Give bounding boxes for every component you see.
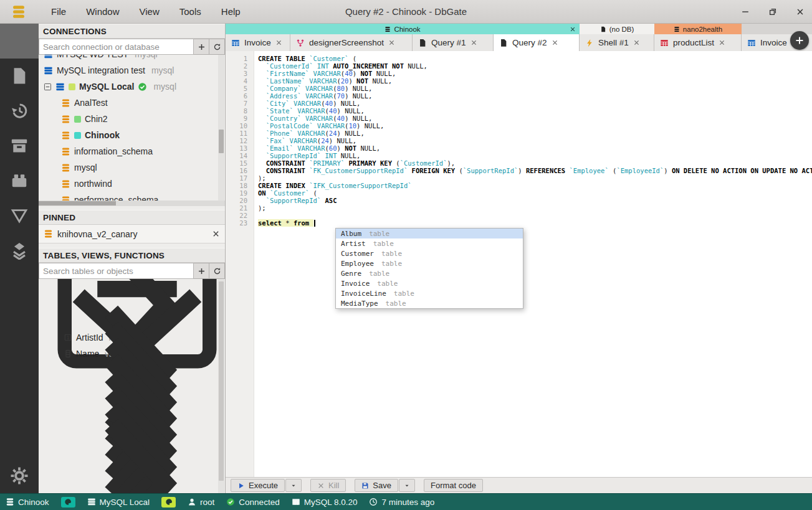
close-tab-icon[interactable] — [388, 39, 395, 46]
autocomplete-item-invoiceline[interactable]: InvoiceLinetable — [336, 288, 523, 298]
connection-item-information-schema[interactable]: information_schema — [39, 143, 225, 159]
unpin-close-icon[interactable] — [212, 230, 220, 238]
autocomplete-item-invoice[interactable]: Invoicetable — [336, 278, 523, 288]
tab-query-2[interactable]: Query #2 — [494, 34, 580, 51]
autocomplete-kind: table — [381, 260, 402, 268]
close-tab-icon[interactable] — [275, 39, 282, 46]
format-code-button[interactable]: Format code — [424, 479, 483, 492]
tab-productlist[interactable]: productList — [654, 34, 742, 51]
activity-layers-button[interactable] — [0, 233, 39, 268]
connection-item-mysql-integration-test[interactable]: MySQL integration testmysql — [39, 62, 225, 78]
text-cursor — [314, 220, 315, 227]
activity-plugins-button[interactable] — [0, 163, 39, 198]
minimize-button[interactable] — [740, 6, 751, 17]
save-button[interactable]: Save — [355, 479, 398, 492]
connection-item-mysql-local[interactable]: MySQL Localmysql — [39, 78, 225, 95]
line-number: 2 — [226, 62, 254, 70]
autocomplete-item-customer[interactable]: Customertable — [336, 248, 523, 258]
connections-scrollbar[interactable] — [218, 55, 224, 201]
tab-invoice[interactable]: Invoice — [226, 34, 290, 51]
close-window-button[interactable] — [795, 6, 806, 17]
autocomplete-kind: table — [377, 280, 398, 288]
autocomplete-item-mediatype[interactable]: MediaTypetable — [336, 298, 523, 308]
connection-search-input[interactable] — [39, 39, 194, 55]
status-database[interactable]: Chinook — [6, 498, 49, 507]
refresh-tables-button[interactable] — [209, 263, 225, 279]
connection-item-mysql-wd-test[interactable]: MYSQL WD TESTmysql — [39, 55, 225, 62]
status-database-color[interactable] — [161, 497, 176, 508]
activity-database-button[interactable] — [0, 24, 39, 59]
autocomplete-name: Invoice — [341, 280, 370, 288]
execute-button[interactable]: Execute — [231, 479, 285, 492]
menu-view[interactable]: View — [132, 2, 167, 21]
connection-item-mysql[interactable]: mysql — [39, 159, 225, 176]
engine-suffix: mysql — [135, 55, 158, 59]
filter-triangle-icon — [10, 206, 29, 225]
chevron-right-icon[interactable] — [44, 390, 225, 493]
autocomplete-item-employee[interactable]: Employeetable — [336, 258, 523, 268]
server-icon — [44, 66, 53, 75]
close-tab-icon[interactable] — [470, 39, 477, 46]
close-tab-icon[interactable] — [719, 39, 725, 46]
connection-item-chinook[interactable]: Chinook — [39, 127, 225, 143]
editor-code[interactable]: CREATE TABLE `Customer` ( `CustomerId` I… — [254, 51, 812, 477]
tab-designerscreenshot[interactable]: designerScreenshot — [290, 34, 413, 51]
code-line-11: `Phone` VARCHAR(24) NULL, — [258, 130, 812, 137]
close-group-icon[interactable] — [570, 26, 576, 32]
activity-history-button[interactable] — [0, 93, 39, 128]
autocomplete-item-artist[interactable]: Artisttable — [336, 238, 523, 248]
minimize-icon — [741, 7, 750, 16]
restore-button[interactable] — [767, 6, 778, 17]
new-tab-button[interactable] — [790, 31, 809, 50]
connection-item-northwind[interactable]: northwind — [39, 176, 225, 192]
history-icon — [10, 102, 29, 120]
status-connection[interactable]: MySQL Local — [87, 498, 150, 507]
activity-filter-triangle-button[interactable] — [0, 198, 39, 233]
close-icon — [317, 482, 325, 489]
tab-shell-1[interactable]: Shell #1 — [580, 34, 654, 51]
connections-hscrollbar[interactable] — [39, 201, 225, 206]
connection-label: mysql — [74, 163, 97, 172]
table-search-input[interactable] — [39, 263, 194, 279]
sql-editor[interactable]: 1234567891011121314151617181920212223 CR… — [226, 51, 812, 477]
close-tab-icon[interactable] — [552, 39, 558, 46]
menu-tools[interactable]: Tools — [172, 2, 209, 21]
activity-file-button[interactable] — [0, 59, 39, 93]
check-icon — [226, 498, 235, 506]
code-line-2: `CustomerId` INT AUTO_INCREMENT NOT NULL… — [258, 62, 812, 70]
refresh-icon — [213, 267, 221, 275]
tables-scrollbar[interactable] — [218, 279, 224, 493]
status-connection-color[interactable] — [61, 497, 75, 508]
execute-dropdown-button[interactable] — [285, 479, 302, 492]
save-dropdown-button[interactable] — [399, 479, 415, 492]
pinned-item[interactable]: knihovna_v2_canary — [39, 225, 225, 243]
activity-settings-button[interactable] — [0, 458, 39, 493]
connection-item-performance-schema[interactable]: performance_schema — [39, 192, 225, 201]
connection-item-analtest[interactable]: AnalTest — [39, 95, 225, 111]
connection-item-chin2[interactable]: Chin2 — [39, 111, 225, 127]
button-label: Kill — [328, 481, 339, 490]
line-number: 9 — [226, 115, 254, 122]
activity-archive-button[interactable] — [0, 128, 39, 163]
server-icon — [55, 82, 65, 92]
file-icon — [10, 67, 29, 85]
tab-group-nano2health: nano2health — [654, 24, 742, 34]
autocomplete-item-genre[interactable]: Genretable — [336, 268, 523, 278]
tab-query-1[interactable]: Query #1 — [413, 34, 494, 51]
kill-button[interactable]: Kill — [310, 479, 346, 492]
refresh-connections-button[interactable] — [209, 39, 225, 55]
collapse-icon[interactable] — [44, 83, 52, 91]
connection-label: performance_schema — [74, 195, 158, 201]
settings-icon — [10, 466, 29, 485]
autocomplete-item-album[interactable]: Albumtable — [336, 229, 523, 238]
menu-file[interactable]: File — [44, 2, 74, 21]
close-tab-icon[interactable] — [633, 39, 640, 46]
left-panel: CONNECTIONS MYSQL WD TESTmysqlMySQL inte… — [39, 24, 226, 493]
designer-icon — [296, 39, 305, 47]
code-line-22 — [258, 212, 812, 219]
table-item-playlisttrack[interactable]: PlaylistTrack7,994 rows — [39, 475, 225, 491]
menu-window[interactable]: Window — [79, 2, 127, 21]
add-connection-button[interactable] — [194, 39, 209, 55]
menu-help[interactable]: Help — [214, 2, 248, 21]
add-table-button[interactable] — [194, 263, 209, 279]
